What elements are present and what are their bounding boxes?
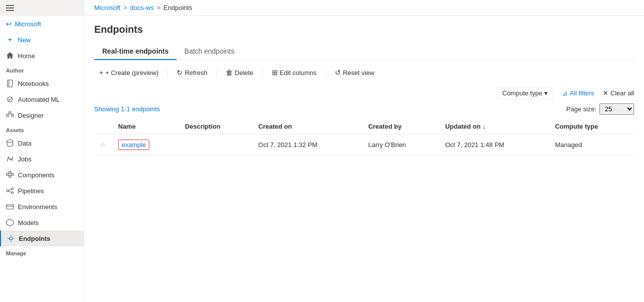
compute-type-cell: Managed bbox=[549, 135, 634, 155]
pipelines-label: Pipelines bbox=[18, 187, 44, 195]
author-section-label: Author bbox=[0, 64, 84, 76]
home-icon bbox=[6, 52, 14, 60]
sidebar-item-home[interactable]: Home bbox=[0, 48, 84, 64]
sidebar-item-models[interactable]: Models bbox=[0, 215, 84, 230]
designer-icon bbox=[6, 111, 14, 119]
svg-point-15 bbox=[11, 192, 13, 194]
name-column-header: Name bbox=[112, 119, 179, 135]
main-content: Microsoft > docs-ws > Endpoints Endpoint… bbox=[84, 0, 644, 302]
back-icon: ↩ bbox=[6, 20, 12, 28]
reset-view-button[interactable]: ↺ Reset view bbox=[330, 66, 380, 79]
sidebar-item-designer[interactable]: Designer bbox=[0, 107, 84, 123]
notebooks-label: Notebooks bbox=[18, 80, 49, 87]
notebooks-icon bbox=[6, 79, 14, 87]
sidebar-item-endpoints[interactable]: Endpoints bbox=[0, 230, 84, 246]
refresh-button[interactable]: ↻ Refresh bbox=[172, 66, 212, 79]
svg-rect-10 bbox=[9, 171, 11, 173]
svg-rect-3 bbox=[6, 114, 8, 116]
designer-label: Designer bbox=[18, 112, 44, 119]
sidebar: ↩ Microsoft + New Home Author Notebooks … bbox=[0, 0, 84, 302]
toolbar-separator-3 bbox=[262, 68, 263, 77]
delete-button[interactable]: 🗑 Delete bbox=[221, 66, 258, 79]
sidebar-item-pipelines[interactable]: Pipelines bbox=[0, 183, 84, 199]
brand-label: Microsoft bbox=[15, 20, 41, 28]
all-filters-button[interactable]: ⊿ All filters bbox=[557, 87, 599, 99]
showing-text[interactable]: Showing 1-1 endpoints bbox=[94, 105, 160, 113]
svg-rect-12 bbox=[11, 173, 13, 175]
jobs-icon bbox=[6, 155, 14, 163]
endpoint-link[interactable]: example bbox=[118, 140, 149, 150]
svg-rect-5 bbox=[11, 114, 13, 116]
sidebar-brand[interactable]: ↩ Microsoft bbox=[0, 16, 84, 32]
svg-point-8 bbox=[7, 140, 13, 143]
hamburger-icon bbox=[6, 5, 14, 11]
compute-type-label: Compute type bbox=[502, 89, 542, 97]
automated-ml-icon bbox=[6, 95, 14, 103]
endpoints-icon bbox=[7, 234, 15, 242]
clear-icon: ✕ bbox=[603, 89, 608, 97]
sidebar-item-new[interactable]: + New bbox=[0, 32, 84, 48]
edit-columns-button[interactable]: ⊞ Edit columns bbox=[267, 66, 322, 79]
sidebar-item-notebooks[interactable]: Notebooks bbox=[0, 76, 84, 91]
created-by-cell: Larry O'Brien bbox=[362, 135, 439, 155]
reset-view-icon: ↺ bbox=[335, 69, 341, 76]
breadcrumb-workspace[interactable]: docs-ws bbox=[130, 4, 154, 11]
svg-point-2 bbox=[7, 97, 12, 102]
page-size-label: Page size: bbox=[566, 105, 596, 113]
showing-row: Showing 1-1 endpoints Page size: 25 50 1… bbox=[94, 103, 634, 115]
star-column-header bbox=[94, 119, 112, 135]
tab-batch-endpoints[interactable]: Batch endpoints bbox=[177, 43, 242, 60]
breadcrumb-current: Endpoints bbox=[164, 4, 193, 11]
new-label: New bbox=[18, 36, 31, 44]
page-title: Endpoints bbox=[94, 24, 634, 35]
filter-icon: ⊿ bbox=[562, 89, 568, 97]
name-cell: example bbox=[112, 135, 179, 155]
components-label: Components bbox=[18, 171, 55, 179]
description-column-header: Description bbox=[179, 119, 253, 135]
breadcrumb-microsoft[interactable]: Microsoft bbox=[94, 4, 121, 11]
star-cell[interactable]: ☆ bbox=[94, 135, 112, 155]
filter-bar: Compute type ▾ ⊿ All filters ✕ Clear all bbox=[94, 87, 634, 99]
breadcrumb-sep2: > bbox=[157, 4, 161, 11]
data-icon bbox=[6, 139, 14, 147]
toolbar-separator-2 bbox=[216, 68, 217, 77]
toolbar-separator-1 bbox=[167, 68, 168, 77]
svg-point-13 bbox=[6, 190, 8, 192]
compute-type-column-header: Compute type bbox=[549, 119, 634, 135]
data-label: Data bbox=[18, 140, 31, 147]
breadcrumb: Microsoft > docs-ws > Endpoints bbox=[84, 0, 644, 16]
sidebar-item-automated-ml[interactable]: Automated ML bbox=[0, 91, 84, 107]
svg-rect-18 bbox=[6, 205, 13, 209]
refresh-label: Refresh bbox=[185, 69, 207, 76]
hamburger-menu-button[interactable] bbox=[0, 0, 84, 16]
sidebar-item-data[interactable]: Data bbox=[0, 135, 84, 151]
edit-columns-label: Edit columns bbox=[280, 69, 317, 76]
clear-all-button[interactable]: ✕ Clear all bbox=[603, 89, 634, 97]
components-icon bbox=[6, 171, 14, 179]
toolbar-separator-4 bbox=[325, 68, 326, 77]
svg-rect-11 bbox=[9, 175, 11, 177]
endpoints-table: Name Description Created on Created by U… bbox=[94, 119, 634, 155]
sidebar-item-jobs[interactable]: Jobs bbox=[0, 151, 84, 167]
svg-rect-0 bbox=[7, 80, 12, 87]
toolbar: + + Create (preview) ↻ Refresh 🗑 Delete … bbox=[94, 66, 634, 79]
chevron-down-icon: ▾ bbox=[544, 89, 548, 97]
models-icon bbox=[6, 219, 14, 226]
sidebar-item-environments[interactable]: Environments bbox=[0, 199, 84, 215]
edit-columns-icon: ⊞ bbox=[272, 69, 278, 76]
svg-rect-4 bbox=[9, 112, 11, 114]
tab-realtime-endpoints[interactable]: Real-time endpoints bbox=[94, 43, 177, 60]
create-button[interactable]: + + Create (preview) bbox=[94, 66, 163, 79]
compute-type-filter[interactable]: Compute type ▾ bbox=[497, 87, 553, 99]
created-by-column-header: Created by bbox=[362, 119, 439, 135]
all-filters-label: All filters bbox=[570, 89, 594, 97]
models-label: Models bbox=[18, 219, 39, 226]
manage-section-label: Manage bbox=[0, 246, 84, 258]
sidebar-item-components[interactable]: Components bbox=[0, 167, 84, 183]
page-size-select[interactable]: 25 50 100 bbox=[599, 103, 634, 115]
plus-icon: + bbox=[6, 36, 14, 44]
home-label: Home bbox=[18, 52, 35, 60]
environments-label: Environments bbox=[18, 203, 57, 211]
updated-on-column-header[interactable]: Updated on ↓ bbox=[439, 119, 549, 135]
created-on-column-header: Created on bbox=[253, 119, 363, 135]
